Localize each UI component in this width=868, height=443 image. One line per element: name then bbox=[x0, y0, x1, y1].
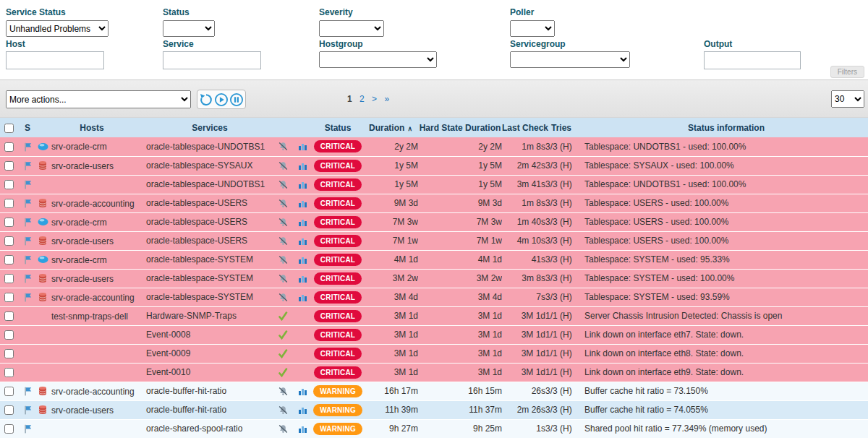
duration-cell: 3M 1d bbox=[363, 325, 418, 344]
column-header-s[interactable]: S bbox=[17, 118, 38, 137]
database-icon bbox=[38, 273, 51, 283]
output-input[interactable] bbox=[704, 51, 801, 69]
service-input[interactable] bbox=[163, 51, 261, 69]
chart-icon[interactable] bbox=[292, 288, 312, 306]
service-name[interactable]: oracle-tablespace-UNDOTBS1 bbox=[146, 175, 273, 194]
row-checkbox[interactable] bbox=[4, 368, 14, 377]
chart-icon[interactable] bbox=[292, 175, 312, 194]
chart-icon[interactable] bbox=[292, 137, 312, 156]
service-name[interactable]: Event-0009 bbox=[146, 344, 273, 363]
more-actions-select[interactable]: More actions... bbox=[6, 90, 191, 108]
host-name[interactable]: srv-oracle-users bbox=[51, 273, 114, 283]
row-checkbox[interactable] bbox=[4, 236, 14, 246]
host-name[interactable]: test-snmp-traps-dell bbox=[51, 311, 128, 321]
chart-icon[interactable] bbox=[292, 231, 312, 250]
row-checkbox[interactable] bbox=[4, 218, 14, 227]
row-checkbox[interactable] bbox=[4, 180, 14, 189]
row-checkbox[interactable] bbox=[4, 199, 14, 208]
service-name[interactable]: oracle-tablespace-USERS bbox=[146, 231, 273, 250]
hostgroup-select[interactable] bbox=[319, 51, 437, 68]
row-checkbox[interactable] bbox=[4, 330, 14, 340]
row-checkbox[interactable] bbox=[4, 161, 14, 171]
play-button[interactable] bbox=[214, 93, 229, 107]
host-name[interactable]: srv-oracle-users bbox=[51, 236, 114, 246]
host-name[interactable]: srv-oracle-users bbox=[51, 160, 114, 171]
service-name[interactable]: oracle-tablespace-USERS bbox=[146, 212, 273, 231]
column-header-status[interactable]: Status bbox=[312, 118, 363, 137]
table-row: srv-oracle-users oracle-tablespace-SYSTE… bbox=[0, 269, 868, 288]
service-name[interactable]: oracle-tablespace-SYSTEM bbox=[146, 288, 273, 306]
host-label: Host bbox=[6, 39, 25, 49]
service-name[interactable]: Event-0010 bbox=[146, 363, 273, 382]
hard-state-duration-cell: 11h 37m bbox=[418, 400, 502, 419]
host-name[interactable]: srv-oracle-crm bbox=[51, 254, 107, 264]
host-name[interactable]: srv-oracle-accounting bbox=[51, 292, 135, 302]
service-name[interactable]: Hardware-SNMP-Traps bbox=[146, 306, 273, 325]
page-1[interactable]: 1 bbox=[347, 94, 352, 104]
row-checkbox[interactable] bbox=[4, 293, 14, 302]
page-2[interactable]: 2 bbox=[359, 94, 365, 104]
host-name[interactable]: srv-oracle-users bbox=[51, 405, 114, 415]
row-checkbox[interactable] bbox=[4, 424, 14, 434]
row-checkbox[interactable] bbox=[4, 255, 14, 264]
chart-icon[interactable] bbox=[292, 400, 312, 419]
service-name[interactable]: oracle-tablespace-USERS bbox=[146, 194, 273, 212]
service-status-select[interactable]: Unhandled Problems bbox=[6, 20, 109, 37]
row-checkbox[interactable] bbox=[4, 405, 14, 415]
chart-icon[interactable] bbox=[292, 382, 312, 400]
chart-icon[interactable] bbox=[292, 194, 312, 212]
page-last[interactable]: » bbox=[384, 94, 389, 104]
column-header-services[interactable]: Services bbox=[146, 118, 273, 137]
passive-check-icon bbox=[273, 325, 292, 344]
duration-cell: 7M 1w bbox=[363, 231, 418, 250]
status-select[interactable] bbox=[163, 20, 215, 37]
service-name[interactable]: oracle-shared-spool-ratio bbox=[146, 419, 273, 438]
service-name[interactable]: oracle-tablespace-SYSTEM bbox=[146, 269, 273, 288]
service-name[interactable]: oracle-buffer-hit-ratio bbox=[146, 382, 273, 400]
service-name[interactable]: Event-0008 bbox=[146, 325, 273, 344]
pause-button[interactable] bbox=[229, 93, 244, 107]
select-all-checkbox[interactable] bbox=[4, 124, 14, 133]
host-name[interactable]: srv-oracle-crm bbox=[51, 217, 107, 227]
page-next[interactable]: > bbox=[372, 94, 377, 104]
chart-icon[interactable] bbox=[292, 250, 312, 269]
status-information-cell: Tablespace: USERS - used: 100.00% bbox=[584, 231, 868, 250]
host-name[interactable]: srv-oracle-accounting bbox=[51, 198, 135, 208]
column-header-tries[interactable]: Tries bbox=[545, 118, 584, 137]
row-checkbox[interactable] bbox=[4, 311, 14, 321]
notifications-muted-icon bbox=[273, 156, 292, 175]
column-header-hard-state-duration[interactable]: Hard State Duration bbox=[418, 118, 502, 137]
host-name[interactable]: srv-oracle-accounting bbox=[51, 386, 135, 396]
poller-select[interactable] bbox=[510, 20, 555, 37]
severity-select[interactable] bbox=[319, 20, 384, 37]
column-header-duration[interactable]: Duration∧ bbox=[363, 118, 418, 137]
column-header-hosts[interactable]: Hosts bbox=[38, 118, 146, 137]
column-header-icon1 bbox=[273, 118, 292, 137]
service-name[interactable]: oracle-tablespace-UNDOTBS1 bbox=[146, 137, 273, 156]
row-checkbox[interactable] bbox=[4, 142, 14, 152]
chart-icon[interactable] bbox=[292, 212, 312, 231]
service-name[interactable]: oracle-tablespace-SYSTEM bbox=[146, 250, 273, 269]
row-checkbox[interactable] bbox=[4, 274, 14, 283]
last-check-cell: 3m 8s bbox=[502, 269, 545, 288]
row-checkbox[interactable] bbox=[4, 387, 14, 396]
table-row: srv-oracle-crm oracle-tablespace-USERS C… bbox=[0, 212, 868, 231]
passive-check-icon bbox=[273, 306, 292, 325]
chart-icon[interactable] bbox=[292, 269, 312, 288]
servicegroup-select[interactable] bbox=[510, 51, 630, 68]
service-name[interactable]: oracle-buffer-hit-ratio bbox=[146, 400, 273, 419]
page-size-select[interactable]: 30 bbox=[831, 90, 864, 108]
host-input[interactable] bbox=[6, 51, 104, 69]
column-header-status-information[interactable]: Status information bbox=[584, 118, 868, 137]
refresh-button[interactable] bbox=[199, 93, 213, 107]
filters-button[interactable]: Filters bbox=[830, 66, 864, 78]
column-header-last-check[interactable]: Last Check bbox=[502, 118, 545, 137]
duration-cell: 4M 1d bbox=[363, 250, 418, 269]
hard-state-duration-cell: 1y 5M bbox=[418, 175, 502, 194]
host-name[interactable]: srv-oracle-crm bbox=[51, 142, 107, 152]
row-checkbox[interactable] bbox=[4, 349, 14, 358]
service-name[interactable]: oracle-tablespace-SYSAUX bbox=[146, 156, 273, 175]
chart-icon[interactable] bbox=[292, 156, 312, 175]
table-row: srv-oracle-users oracle-tablespace-USERS… bbox=[0, 231, 868, 250]
chart-icon[interactable] bbox=[292, 419, 312, 438]
